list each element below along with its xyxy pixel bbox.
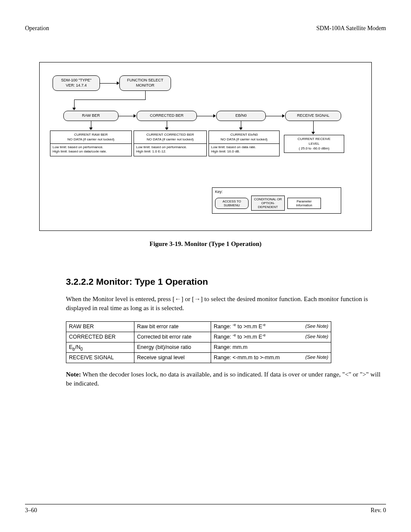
figure-caption: Figure 3-19. Monitor (Type 1 Operation) (25, 240, 386, 248)
table-row: Eb/N0Energy (bit)/noise ratioRange: mm.m (66, 342, 331, 353)
table-cell: Range: -e to >m.m E-e(See Note) (211, 332, 331, 342)
table-cell: RAW BER (66, 322, 134, 332)
info-ebn0: CURRENT Eb/N0 NO DATA (if carrier not lo… (209, 131, 280, 156)
legend-parameter-info: Parameter Information (287, 198, 321, 209)
box-sdm-type: SDM-100 "TYPE" VER: 14.7.4 (53, 75, 100, 91)
note-text: When the decoder loses lock, no data is … (66, 371, 380, 387)
section-heading: 3.2.2.2 Monitor: Type 1 Operation (66, 275, 386, 288)
arrow (100, 83, 117, 84)
table-row: RECEIVE SIGNALReceive signal levelRange:… (66, 353, 331, 363)
table-cell: Receive signal level (134, 353, 211, 363)
arrow (167, 121, 167, 128)
arrow-head-icon (282, 114, 285, 118)
note-lead: Note: (66, 371, 81, 378)
info-raw-ber: CURRENT RAW BER NO DATA (if carrier not … (50, 131, 132, 156)
diagram-figure: SDM-100 "TYPE" VER: 14.7.4 FUNCTION SELE… (39, 62, 372, 231)
header-left: Operation (25, 25, 49, 32)
table-cell: Range: <-mm.m to >-mm.m(See Note) (211, 353, 331, 363)
box-corrected-ber: CORRECTED BER (137, 111, 197, 121)
page-number: 3–60 (25, 507, 37, 514)
legend-key: Key: ACCESS TO SUBMENU CONDITIONAL OR OP… (212, 187, 341, 214)
table-cell: Range: mm.m (211, 342, 331, 353)
table-cell: Energy (bit)/noise ratio (134, 342, 211, 353)
arrow (241, 121, 241, 128)
legend-access-submenu: ACCESS TO SUBMENU (215, 198, 249, 209)
arrow (74, 100, 146, 100)
header-right: SDM-100A Satellite Modem (316, 25, 386, 32)
arrow (91, 121, 91, 128)
arrow (74, 100, 75, 108)
legend-title: Key: (215, 190, 338, 194)
arrow (266, 116, 283, 116)
arrow (145, 91, 146, 100)
legend-conditional: CONDITIONAL OR OPTION-DEPENDENT (251, 196, 285, 211)
box-ebn0: EB/N0 (216, 111, 266, 121)
arrow (313, 121, 314, 132)
box-raw-ber: RAW BER (63, 111, 118, 121)
arrow-head-icon (89, 128, 93, 130)
paragraph: When the Monitor level is entered, press… (66, 295, 386, 313)
table-cell: Raw bit error rate (134, 322, 211, 332)
arrow-head-icon (213, 114, 216, 118)
arrow-head-icon (311, 132, 315, 134)
arrow-head-icon (72, 108, 76, 110)
arrow-head-icon (239, 128, 243, 130)
footer: 3–60 Rev. 0 (25, 504, 386, 514)
arrow-head-icon (117, 81, 119, 85)
running-header: Operation SDM-100A Satellite Modem (25, 25, 386, 32)
monitor-table: RAW BERRaw bit error rateRange: -e to >m… (66, 321, 331, 363)
arrow (118, 116, 134, 116)
arrow (197, 116, 214, 116)
info-corrected-ber: CURRENT CORRECTED BER NO DATA (if carrie… (134, 131, 207, 156)
info-receive: CURRENT RECEIVE LEVEL ( 25.0 to -60.0 dB… (284, 135, 344, 153)
table-cell: CORRECTED BER (66, 332, 134, 342)
note-paragraph: Note: When the decoder loses lock, no da… (66, 370, 386, 388)
table-cell: Range: -e to >m.m E-e(See Note) (211, 322, 331, 332)
arrow-head-icon (165, 128, 168, 130)
box-function-select: FUNCTION SELECT MONITOR (119, 75, 171, 91)
table-cell: Corrected bit error rate (134, 332, 211, 342)
table-row: CORRECTED BERCorrected bit error rateRan… (66, 332, 331, 342)
table-cell: Eb/N0 (66, 342, 134, 353)
box-receive-signal: RECEIVE SIGNAL (285, 111, 341, 121)
revision: Rev. 0 (371, 507, 386, 514)
table-row: RAW BERRaw bit error rateRange: -e to >m… (66, 322, 331, 332)
table-cell: RECEIVE SIGNAL (66, 353, 134, 363)
arrow-head-icon (134, 114, 136, 118)
